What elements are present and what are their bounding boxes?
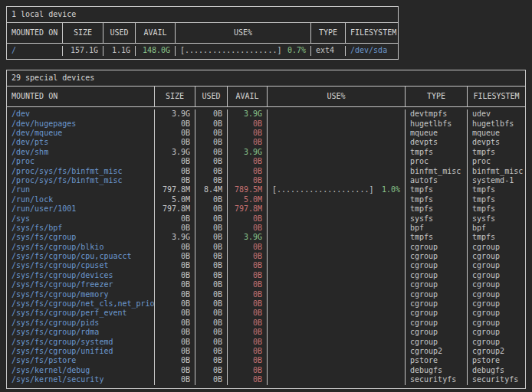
- avail-value: 3.9G: [227, 148, 267, 157]
- used-value: 0B: [195, 252, 227, 261]
- mount-point: /sys/fs/cgroup/blkio: [7, 243, 154, 252]
- type-value: cgroup: [405, 299, 467, 309]
- mount-point: /sys/fs/cgroup/perf_event: [7, 309, 154, 318]
- size-value: 0B: [154, 129, 195, 138]
- special-devices-table: 29 special devices MOUNTED ONSIZEUSEDAVA…: [6, 70, 526, 389]
- filesystem-value: cgroup: [467, 252, 525, 261]
- mount-point: /sys: [7, 214, 154, 224]
- filesystem-value: cgroup: [467, 338, 525, 347]
- used-value: 0B: [195, 195, 227, 204]
- avail-value: 5.0M: [227, 195, 267, 204]
- column-header-use: USE%: [267, 87, 405, 106]
- column-header-filesystem: FILESYSTEM: [345, 23, 398, 43]
- table-body: /dev3.9G0B3.9Gdevtmpfsudev/dev/hugepages…: [7, 107, 525, 387]
- used-value: 0B: [195, 233, 227, 242]
- avail-value: 0B: [227, 309, 267, 318]
- filesystem-value: cgroup: [467, 318, 525, 328]
- table-row: /sys/kernel/security0B0B0Bsecurityfssecu…: [7, 375, 525, 384]
- used-value: 0B: [195, 224, 227, 233]
- usage-cell: [267, 224, 405, 233]
- usage-cell: [267, 328, 405, 337]
- column-header-avail: AVAIL: [227, 87, 267, 106]
- type-value: debugfs: [405, 366, 467, 375]
- column-header-use: USE%: [175, 23, 310, 43]
- usage-cell: [267, 375, 405, 384]
- avail-value: 0B: [227, 243, 267, 252]
- column-header-filesystem: FILESYSTEM: [467, 87, 525, 106]
- mount-point: /sys/fs/cgroup/cpuset: [7, 261, 154, 270]
- usage-percent: 0.7%: [287, 46, 306, 55]
- mount-point: /sys/kernel/debug: [7, 366, 154, 375]
- size-value: 0B: [154, 157, 195, 166]
- column-header-used: USED: [195, 87, 227, 106]
- table-row: /sys/fs/cgroup/rdma0B0B0Bcgroupcgroup: [7, 328, 525, 337]
- avail-value: 3.9G: [227, 233, 267, 242]
- type-value: mqueue: [405, 129, 467, 138]
- size-value: 3.9G: [154, 148, 195, 157]
- filesystem-value: tmpfs: [467, 185, 525, 194]
- filesystem-value: tmpfs: [467, 233, 525, 242]
- column-header-type: TYPE: [310, 23, 345, 43]
- avail-value: 0B: [227, 328, 267, 337]
- usage-cell: [267, 214, 405, 224]
- column-header-size: SIZE: [154, 87, 195, 106]
- usage-cell: [267, 271, 405, 280]
- type-value: proc: [405, 157, 467, 166]
- avail-value: 0B: [227, 347, 267, 356]
- filesystem-value: cgroup: [467, 299, 525, 309]
- filesystem-value: cgroup: [467, 271, 525, 280]
- table-row: /sys/fs/cgroup/devices0B0B0Bcgroupcgroup: [7, 271, 525, 280]
- header-row: MOUNTED ONSIZEUSEDAVAILUSE%TYPEFILESYSTE…: [7, 23, 398, 44]
- mount-point: /sys/fs/cgroup/pids: [7, 318, 154, 328]
- column-header-mounted-on: MOUNTED ON: [7, 23, 62, 43]
- mount-point: /sys/fs/cgroup/unified: [7, 347, 154, 356]
- table-row: /dev/pts0B0B0Bdevptsdevpts: [7, 138, 525, 147]
- usage-cell: [267, 243, 405, 252]
- table-row: /sys/fs/bpf0B0B0Bbpfbpf: [7, 224, 525, 233]
- used-value: 0B: [195, 176, 227, 185]
- table-row: /run/user/1001797.8M0B797.8Mtmpfstmpfs: [7, 204, 525, 214]
- size-value: 0B: [154, 280, 195, 289]
- avail-value: 0B: [227, 318, 267, 328]
- usage-cell: [267, 109, 405, 119]
- used-value: 8.4M: [195, 185, 227, 194]
- header-row: MOUNTED ONSIZEUSEDAVAILUSE%TYPEFILESYSTE…: [7, 87, 525, 107]
- usage-bar: [....................]: [272, 185, 373, 194]
- table-row: /157.1G1.1G148.0G[....................]0…: [7, 46, 398, 55]
- usage-cell: [267, 338, 405, 347]
- usage-cell: [....................]0.7%: [175, 46, 310, 55]
- type-value: cgroup: [405, 309, 467, 318]
- used-value: 0B: [195, 204, 227, 214]
- type-value: cgroup2: [405, 347, 467, 356]
- table-row: /proc0B0B0Bprocproc: [7, 157, 525, 166]
- usage-cell: [267, 148, 405, 157]
- used-value: 0B: [195, 243, 227, 252]
- terminal-output: 1 local device MOUNTED ONSIZEUSEDAVAILUS…: [6, 6, 526, 389]
- mount-point: /sys/fs/cgroup/systemd: [7, 338, 154, 347]
- used-value: 0B: [195, 318, 227, 328]
- table-row: /run797.8M8.4M789.5M[...................…: [7, 185, 525, 194]
- avail-value: 0B: [227, 261, 267, 270]
- type-value: cgroup: [405, 338, 467, 347]
- type-value: cgroup: [405, 243, 467, 252]
- usage-cell: [267, 204, 405, 214]
- filesystem-value: sysfs: [467, 214, 525, 224]
- filesystem-value: cgroup2: [467, 347, 525, 356]
- table-title: 29 special devices: [7, 70, 525, 87]
- used-value: 0B: [195, 109, 227, 119]
- column-header-avail: AVAIL: [135, 23, 175, 43]
- table-row: /sys/fs/cgroup/perf_event0B0B0Bcgroupcgr…: [7, 309, 525, 318]
- table-row: /sys/fs/cgroup/cpu,cpuacct0B0B0Bcgroupcg…: [7, 252, 525, 261]
- mount-point: /sys/fs/cgroup/rdma: [7, 328, 154, 337]
- filesystem-value: systemd-1: [467, 176, 525, 185]
- table-body: /157.1G1.1G148.0G[....................]0…: [7, 44, 398, 58]
- table-row: /sys/fs/pstore0B0B0Bpstorepstore: [7, 356, 525, 365]
- type-value: bpf: [405, 224, 467, 233]
- type-value: cgroup: [405, 252, 467, 261]
- filesystem-value: binfmt_misc: [467, 167, 525, 176]
- size-value: 0B: [154, 271, 195, 280]
- size-value: 0B: [154, 375, 195, 384]
- type-value: tmpfs: [405, 204, 467, 214]
- size-value: 157.1G: [62, 46, 103, 55]
- filesystem-value: cgroup: [467, 243, 525, 252]
